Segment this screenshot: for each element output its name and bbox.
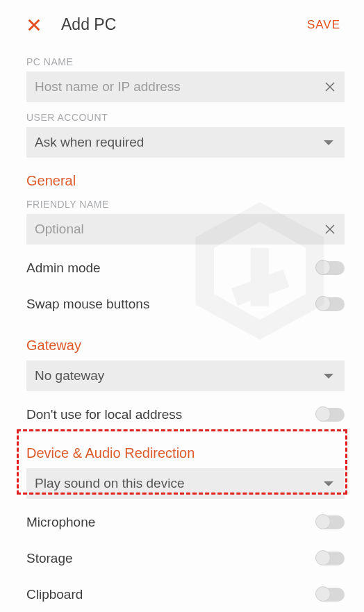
general-header: General [26,173,345,189]
microphone-row: Microphone [26,504,345,540]
sound-value: Play sound on this device [35,476,324,491]
friendly-name-input[interactable]: Optional [26,214,345,245]
save-button[interactable]: SAVE [307,18,340,32]
pc-name-input[interactable]: Host name or IP address [26,72,345,102]
clipboard-label: Clipboard [26,587,317,602]
close-icon[interactable] [26,17,42,33]
clipboard-row: Clipboard [26,577,345,612]
pc-name-label: PC NAME [26,56,345,67]
chevron-down-icon [324,481,333,486]
clipboard-toggle[interactable] [317,588,345,602]
storage-toggle[interactable] [317,552,345,565]
storage-row: Storage [26,540,345,577]
swap-mouse-row: Swap mouse buttons [26,286,345,322]
no-local-label: Don't use for local address [26,407,317,422]
user-account-dropdown[interactable]: Ask when required [26,127,345,158]
admin-mode-toggle[interactable] [317,261,345,275]
storage-label: Storage [26,551,317,566]
microphone-toggle[interactable] [317,515,345,529]
friendly-name-placeholder: Optional [35,222,324,237]
swap-mouse-label: Swap mouse buttons [26,297,317,312]
gateway-value: No gateway [35,368,324,383]
gateway-dropdown[interactable]: No gateway [26,361,345,391]
sound-dropdown[interactable]: Play sound on this device [26,468,345,499]
device-audio-header: Device & Audio Redirection [26,445,345,461]
header-bar: Add PC SAVE [26,0,345,47]
microphone-label: Microphone [26,515,317,530]
user-account-label: USER ACCOUNT [26,112,345,123]
pc-name-placeholder: Host name or IP address [35,79,324,94]
clear-icon[interactable] [324,81,336,93]
no-local-row: Don't use for local address [26,397,345,433]
no-local-toggle[interactable] [317,408,345,422]
friendly-name-label: FRIENDLY NAME [26,199,345,210]
swap-mouse-toggle[interactable] [317,297,345,311]
page-title: Add PC [61,15,307,34]
user-account-value: Ask when required [35,135,324,150]
admin-mode-label: Admin mode [26,260,317,276]
clear-icon[interactable] [324,223,336,235]
gateway-header: Gateway [26,338,345,354]
admin-mode-row: Admin mode [26,250,345,286]
chevron-down-icon [324,140,333,145]
chevron-down-icon [324,374,333,379]
